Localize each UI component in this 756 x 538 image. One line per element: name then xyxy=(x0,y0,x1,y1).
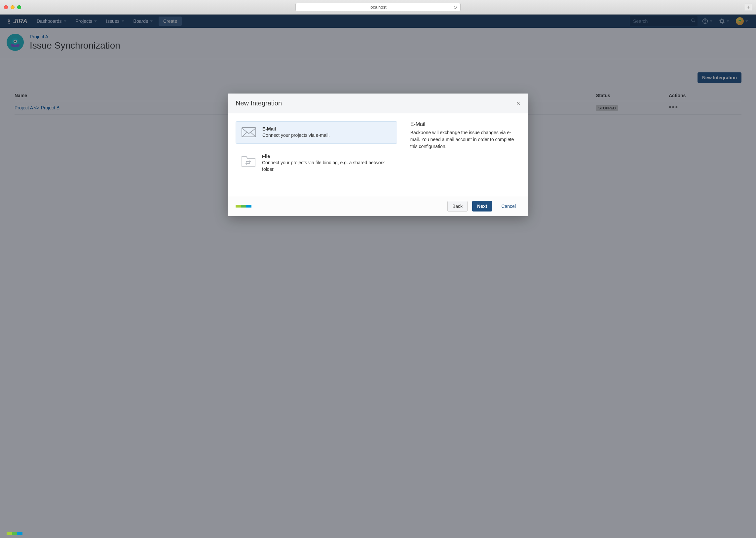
mail-icon xyxy=(241,126,256,139)
cancel-button[interactable]: Cancel xyxy=(497,201,521,211)
new-tab-button[interactable]: + xyxy=(745,4,752,11)
url-text: localhost xyxy=(370,5,386,10)
maximize-window-button[interactable] xyxy=(17,5,21,9)
modal-backdrop[interactable] xyxy=(0,15,756,538)
option-desc: Connect your projects via e-mail. xyxy=(262,132,330,139)
window-controls xyxy=(4,5,21,9)
detail-title: E-Mail xyxy=(410,121,521,127)
new-integration-modal: New Integration × E-Mail Connect your pr… xyxy=(227,93,529,216)
next-button[interactable]: Next xyxy=(472,201,492,211)
option-detail-pane: E-Mail Backbone will exchange the issue … xyxy=(410,121,521,188)
back-button[interactable]: Back xyxy=(447,201,468,211)
modal-header: New Integration × xyxy=(227,93,529,113)
option-file[interactable]: File Connect your projects via file bind… xyxy=(235,149,397,177)
refresh-icon[interactable]: ⟳ xyxy=(454,5,458,10)
integration-type-list: E-Mail Connect your projects via e-mail.… xyxy=(235,121,397,188)
minimize-window-button[interactable] xyxy=(11,5,15,9)
modal-footer: Back Next Cancel xyxy=(227,196,529,216)
option-title: File xyxy=(262,154,392,159)
address-bar[interactable]: localhost ⟳ xyxy=(295,3,461,11)
modal-title: New Integration xyxy=(235,99,282,107)
detail-text: Backbone will exchange the issue changes… xyxy=(410,129,521,150)
brand-bar-bottom xyxy=(7,532,23,535)
brand-bar xyxy=(235,205,251,207)
option-title: E-Mail xyxy=(262,126,330,132)
option-email[interactable]: E-Mail Connect your projects via e-mail. xyxy=(235,121,397,144)
close-window-button[interactable] xyxy=(4,5,8,9)
browser-chrome: localhost ⟳ + xyxy=(0,0,756,15)
option-desc: Connect your projects via file binding, … xyxy=(262,160,392,173)
modal-body: E-Mail Connect your projects via e-mail.… xyxy=(227,113,529,196)
folder-sync-icon xyxy=(241,154,256,169)
close-icon[interactable]: × xyxy=(516,100,521,107)
